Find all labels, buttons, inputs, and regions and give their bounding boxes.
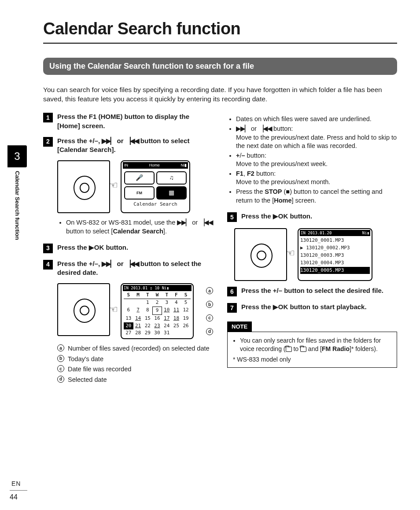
- callout-a: a: [206, 287, 213, 294]
- figure-step4: ☞ IN 2013.01 ▯ 10 Ni▮ SMTWTFS 1234567891…: [57, 283, 213, 339]
- calendar-screen-illustration: IN 2013.01 ▯ 10 Ni▮ SMTWTFS 123456789101…: [121, 283, 194, 339]
- step-number: 2: [43, 137, 53, 147]
- folder-icon: [300, 347, 306, 352]
- step-number: 6: [227, 287, 237, 296]
- page-number: 44: [10, 490, 27, 502]
- t: Ni▮: [362, 230, 369, 236]
- chapter-number: 3: [7, 145, 27, 167]
- t: button to start playback.: [288, 303, 366, 310]
- device-illustration: [234, 228, 287, 281]
- left-column: 1 Press the F1 (HOME) button to display …: [43, 112, 213, 386]
- device-illustration: [57, 283, 110, 336]
- t: IN: [124, 163, 128, 168]
- callout-c: c: [206, 314, 213, 322]
- right-column: Dates on which files were saved are unde…: [227, 112, 397, 386]
- language-code: EN: [11, 480, 27, 488]
- step-number: 1: [43, 113, 53, 122]
- t: Press the: [236, 188, 265, 195]
- callout-b: b: [57, 355, 64, 362]
- step-6: 6 Press the +/– button to select the des…: [227, 286, 397, 296]
- t: Move to the previous/next week.: [236, 160, 328, 167]
- fm-icon: FM: [124, 186, 155, 200]
- play-icon: [89, 244, 94, 251]
- calendar-legend: aNumber of files saved (recorded) on sel…: [57, 344, 213, 384]
- home-screen-illustration: IN Home Ni▮ 🎤 ♫ FM ▦ Calendar Search: [121, 160, 190, 213]
- t: Home: [59, 122, 78, 129]
- page-footer: EN 44: [10, 480, 27, 502]
- pointing-hand-icon: ☞: [109, 303, 118, 316]
- calendar-icon: ▦: [156, 186, 187, 200]
- t: Number of files saved (recorded) on sele…: [68, 344, 210, 353]
- filelist-screen-illustration: IN 2013.01.20 Ni▮ 130120_0001.MP3▶ 13012…: [298, 228, 372, 281]
- t: button.: [288, 212, 312, 220]
- t: Today's date: [68, 355, 103, 364]
- t: Press the: [57, 113, 89, 120]
- t: On WS-832 or WS-831 model, use the: [66, 219, 177, 226]
- t: F1 (HOME): [89, 113, 123, 120]
- figure-step5: ☞ IN 2013.01.20 Ni▮ 130120_0001.MP3▶ 130…: [234, 228, 397, 281]
- t: F2: [247, 170, 254, 177]
- callout-b: b: [206, 301, 213, 308]
- t: Date file was recorded: [68, 365, 131, 374]
- step-2: 2 Press the +/–, or button to select [Ca…: [43, 137, 213, 155]
- t: Calendar Search: [59, 146, 111, 153]
- pointing-hand-icon: ☞: [109, 179, 118, 192]
- t: Home: [274, 197, 291, 204]
- t: IN 2013.01.20: [301, 230, 332, 236]
- t: Press the: [57, 260, 89, 267]
- t: Calendar Search: [124, 201, 187, 208]
- t: ].: [163, 228, 167, 235]
- step-number: 7: [227, 303, 237, 313]
- t: Move to the previous/next month.: [236, 178, 330, 185]
- note-footnote: * WS-833 model only: [233, 355, 391, 364]
- rewind-icon: [258, 125, 272, 132]
- pointing-hand-icon: ☞: [286, 247, 295, 260]
- intro-text: You can search for voice files by specif…: [43, 85, 397, 104]
- page-title: Calendar Search function: [43, 18, 397, 40]
- folder-icon: [286, 347, 292, 352]
- t: OK: [278, 303, 288, 310]
- section-heading: Using the Calendar Search function to se…: [43, 58, 397, 74]
- t: ] screen.: [78, 122, 105, 129]
- t: –: [242, 152, 245, 159]
- t: ,: [243, 170, 247, 177]
- rewind-icon: [125, 137, 139, 144]
- t: ].: [111, 146, 115, 153]
- device-illustration: [57, 160, 110, 213]
- step-7: 7 Press the OK button to start playback.: [227, 303, 397, 313]
- t: OK: [278, 212, 288, 220]
- t: FM Radio: [322, 345, 350, 352]
- t: ]* folders).: [350, 345, 378, 352]
- callout-d: d: [206, 328, 213, 335]
- figure-step2: ☞ IN Home Ni▮ 🎤 ♫ FM ▦ Calendar Search: [57, 160, 213, 213]
- step-number: 5: [227, 212, 237, 222]
- side-label: Calendar Search function: [13, 171, 21, 240]
- rewind-icon: [199, 219, 213, 226]
- t: or: [190, 219, 199, 226]
- side-tab: 3 Calendar Search function: [6, 145, 28, 240]
- t: F1: [236, 170, 243, 177]
- t: IN 2013.01 ▯ 10 Ni▮: [124, 285, 169, 291]
- fast-forward-icon: [236, 125, 249, 132]
- fast-forward-icon: [177, 219, 190, 226]
- step-4: 4 Press the +/–, or button to select the…: [43, 259, 213, 277]
- t: button to select [: [66, 228, 113, 235]
- fast-forward-icon: [102, 137, 115, 144]
- t: Move to the previous/next date. Press an…: [236, 134, 397, 150]
- t: or: [115, 260, 125, 267]
- t: button:: [272, 125, 293, 132]
- t: Press the: [57, 137, 89, 144]
- t: button:: [254, 170, 276, 177]
- step-number: 4: [43, 260, 53, 270]
- t: Calendar Search: [113, 228, 163, 235]
- t: Ni▮: [181, 163, 187, 168]
- t: +/–,: [89, 260, 102, 267]
- t: OK: [94, 244, 104, 251]
- note-block: NOTE You can only search for files saved…: [227, 319, 397, 368]
- t: Press the: [241, 303, 273, 310]
- date-nav-notes: Dates on which files were saved are unde…: [234, 115, 397, 205]
- play-icon: [273, 303, 278, 310]
- model-note: On WS-832 or WS-831 model, use the or bu…: [64, 218, 213, 236]
- step-3: 3 Press the OK button.: [43, 243, 213, 253]
- t: STOP: [265, 188, 282, 195]
